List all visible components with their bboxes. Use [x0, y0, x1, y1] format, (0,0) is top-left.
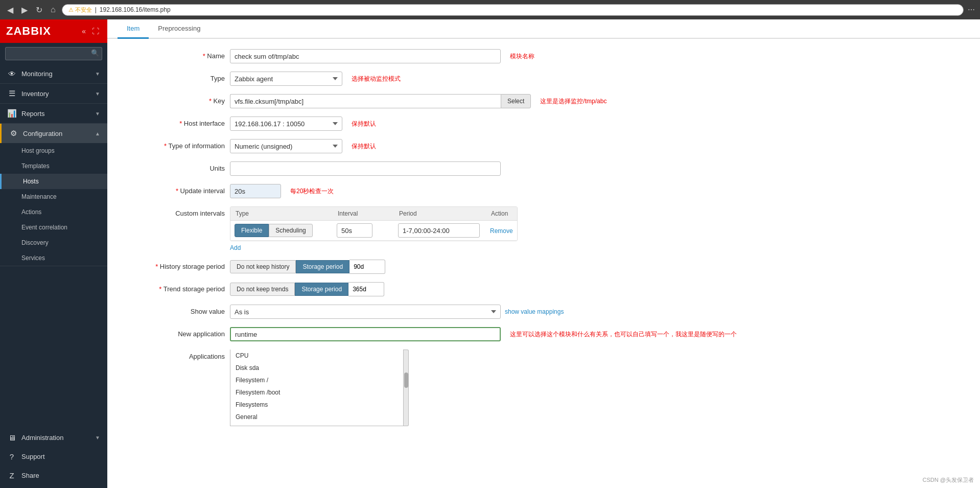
app-item-filesystems[interactable]: Filesystems — [230, 399, 403, 411]
units-input[interactable] — [230, 161, 501, 176]
sidebar-item-host-groups[interactable]: Host groups — [0, 143, 107, 158]
name-annotation: 模块名称 — [510, 49, 534, 61]
sidebar-section-configuration: ⚙ Configuration ▲ Host groups Templates … — [0, 124, 107, 266]
show-value-mappings-link[interactable]: show value mappings — [505, 308, 564, 315]
sidebar-item-services[interactable]: Services — [0, 250, 107, 266]
sidebar-item-share[interactable]: Z Share — [0, 466, 107, 485]
ci-period-cell — [394, 221, 486, 240]
ci-scheduling-button[interactable]: Scheduling — [269, 224, 312, 237]
url-separator: | — [95, 6, 97, 13]
trend-value-input[interactable] — [348, 282, 384, 296]
ci-interval-cell — [333, 221, 394, 240]
sidebar-item-monitoring[interactable]: 👁 Monitoring ▼ — [0, 64, 107, 83]
chevron-down-icon: ▼ — [95, 71, 100, 77]
ci-period-input[interactable] — [398, 223, 480, 238]
history-no-keep-button[interactable]: Do not keep history — [230, 260, 296, 273]
type-of-info-select[interactable]: Numeric (unsigned)Numeric (float)Charact… — [230, 139, 342, 153]
show-value-select[interactable]: As is0 → Down, 1 → Up — [230, 305, 501, 319]
ci-action-cell: Remove — [486, 224, 517, 237]
type-label: Type — [123, 72, 225, 82]
sidebar-item-hosts[interactable]: Hosts — [0, 174, 107, 189]
sidebar-label-configuration: Configuration — [23, 130, 62, 137]
sidebar-section-inventory: ☰ Inventory ▼ — [0, 84, 107, 104]
app-item-general[interactable]: General — [230, 411, 403, 423]
app-item-interface-ens160[interactable]: Interface ens160 — [230, 423, 403, 426]
new-application-annotation: 这里可以选择这个模块和什么有关系，也可以自己填写一个，我这里是随便写的一个 — [510, 327, 737, 339]
ci-remove-link[interactable]: Remove — [490, 227, 513, 235]
ci-type-cell: Flexible Scheduling — [230, 221, 333, 240]
ci-add-link[interactable]: Add — [230, 244, 241, 251]
key-label: Key — [123, 94, 225, 105]
type-select[interactable]: Zabbix agentZabbix agent (active)Simple … — [230, 72, 342, 86]
sidebar-item-configuration[interactable]: ⚙ Configuration ▲ — [0, 124, 107, 143]
browser-menu-btn[interactable]: ⋯ — [968, 6, 975, 14]
address-bar[interactable]: ⚠ 不安全 | 192.168.106.16/items.php — [62, 4, 964, 16]
url-display: 192.168.106.16/items.php — [100, 6, 171, 13]
configuration-icon: ⚙ — [9, 129, 18, 138]
form-row-name: Name 模块名称 — [123, 49, 965, 63]
chevron-down-icon: ▼ — [95, 91, 100, 97]
home-button[interactable]: ⌂ — [49, 3, 58, 16]
back-button[interactable]: ◀ — [5, 3, 15, 17]
form-row-type: Type Zabbix agentZabbix agent (active)Si… — [123, 72, 965, 86]
host-interface-select[interactable]: 192.168.106.17 : 10050 — [230, 117, 342, 131]
history-storage-period-button[interactable]: Storage period — [296, 260, 349, 273]
custom-intervals-label: Custom intervals — [123, 206, 225, 217]
forward-button[interactable]: ▶ — [19, 3, 30, 17]
sidebar-item-reports[interactable]: 📊 Reports ▼ — [0, 104, 107, 123]
form-row-units: Units — [123, 161, 965, 176]
type-of-info-label: Type of information — [123, 139, 225, 150]
ci-interval-input[interactable] — [337, 223, 372, 238]
tab-preprocessing[interactable]: Preprocessing — [149, 19, 209, 39]
app-item-disk-sda[interactable]: Disk sda — [230, 362, 403, 374]
sidebar-item-support[interactable]: ? Support — [0, 447, 107, 466]
host-interface-label: Host interface — [123, 117, 225, 127]
security-warning: ⚠ 不安全 — [68, 6, 92, 14]
name-input[interactable] — [230, 49, 501, 63]
sidebar-item-inventory[interactable]: ☰ Inventory ▼ — [0, 84, 107, 103]
app-item-filesystem-boot[interactable]: Filesystem /boot — [230, 386, 403, 399]
sidebar-search-input[interactable] — [5, 47, 102, 60]
app-item-filesystem[interactable]: Filesystem / — [230, 374, 403, 386]
sidebar-expand-btn[interactable]: ⛶ — [90, 26, 101, 36]
ci-type-header: Type — [230, 207, 333, 220]
sidebar-item-maintenance[interactable]: Maintenance — [0, 189, 107, 204]
sidebar: ZABBIX « ⛶ 🔍 👁 Monitoring ▼ ☰ Inventory … — [0, 19, 107, 488]
key-select-button[interactable]: Select — [501, 94, 531, 108]
sidebar-section-monitoring: 👁 Monitoring ▼ — [0, 64, 107, 84]
form-row-trend: Trend storage period Do not keep trends … — [123, 282, 965, 296]
sidebar-item-administration[interactable]: 🖥 Administration ▼ — [0, 428, 107, 447]
applications-dropdown[interactable]: CPU Disk sda Filesystem / Filesystem /bo… — [230, 350, 404, 426]
sidebar-label-monitoring: Monitoring — [21, 70, 53, 78]
sidebar-item-discovery[interactable]: Discovery — [0, 235, 107, 250]
form-content: Name 模块名称 Type Zabbix agentZabbix agent … — [107, 39, 980, 488]
sidebar-item-templates[interactable]: Templates — [0, 158, 107, 174]
type-annotation: 选择被动监控模式 — [352, 72, 401, 83]
sidebar-label-share: Share — [21, 472, 39, 479]
refresh-button[interactable]: ↻ — [34, 3, 44, 17]
applications-dropdown-container: CPU Disk sda Filesystem / Filesystem /bo… — [230, 350, 409, 426]
sidebar-collapse-btn[interactable]: « — [80, 26, 88, 36]
trend-storage-period-button[interactable]: Storage period — [295, 283, 348, 296]
key-input[interactable] — [230, 94, 501, 108]
update-interval-label: Update interval — [123, 184, 225, 195]
custom-intervals-table: Type Interval Period Action Flexible Sch… — [230, 206, 518, 241]
ci-flexible-button[interactable]: Flexible — [235, 224, 269, 237]
applications-scrollbar[interactable] — [404, 350, 409, 426]
history-label: History storage period — [123, 260, 225, 270]
tab-bar: Item Preprocessing — [107, 19, 980, 39]
ci-period-header: Period — [394, 207, 486, 220]
browser-action-icons: ⋯ — [968, 6, 975, 14]
scrollbar-thumb — [404, 373, 408, 388]
new-application-input[interactable] — [230, 327, 501, 341]
history-value-input[interactable] — [349, 260, 385, 274]
sidebar-item-actions[interactable]: Actions — [0, 204, 107, 220]
app-item-cpu[interactable]: CPU — [230, 350, 403, 362]
sidebar-label-support: Support — [21, 453, 45, 460]
update-interval-input[interactable] — [230, 184, 281, 198]
form-row-update-interval: Update interval 每20秒检查一次 — [123, 184, 965, 198]
tab-item[interactable]: Item — [118, 19, 149, 39]
trend-no-keep-button[interactable]: Do not keep trends — [230, 283, 295, 296]
host-interface-annotation: 保持默认 — [352, 117, 376, 128]
sidebar-item-event-correlation[interactable]: Event correlation — [0, 220, 107, 235]
